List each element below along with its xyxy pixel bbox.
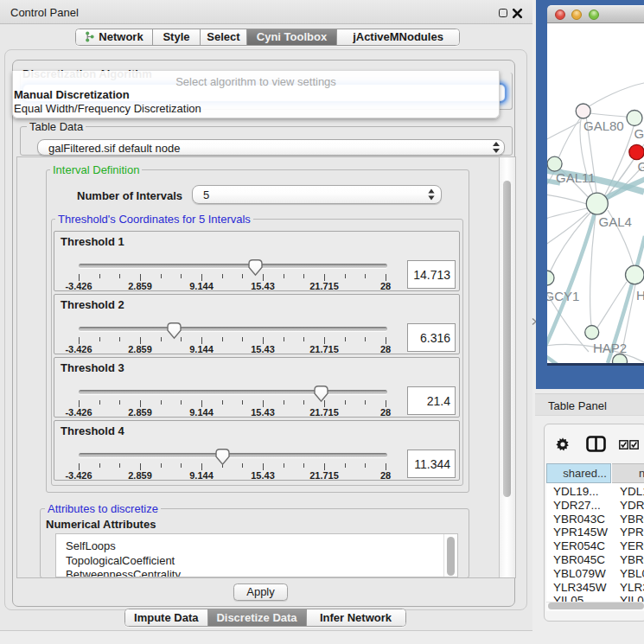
svg-text:GCY1: GCY1 [547, 289, 579, 303]
svg-text:HAP2: HAP2 [593, 341, 627, 355]
svg-text:GC: GC [638, 159, 644, 174]
svg-text:HA: HA [636, 288, 644, 303]
svg-text:GAL11: GAL11 [556, 170, 596, 185]
svg-text:GAL: GAL [634, 126, 644, 141]
svg-text:GAL80: GAL80 [583, 118, 624, 133]
svg-text:GAL4: GAL4 [599, 214, 632, 229]
